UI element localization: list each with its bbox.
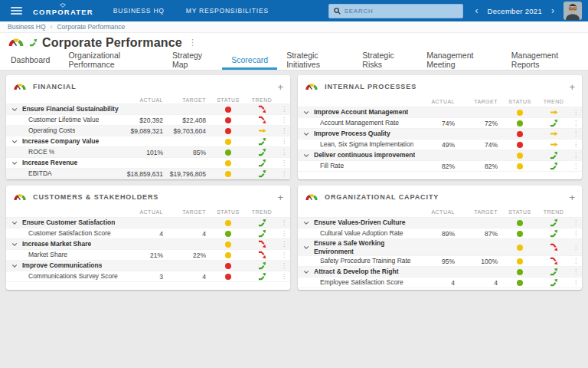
row-menu-icon[interactable]: ⋮ <box>278 241 290 248</box>
status-badge <box>502 153 537 159</box>
row-menu-icon[interactable]: ⋮ <box>278 230 290 237</box>
chevron-down-icon[interactable] <box>11 242 22 247</box>
row-menu-icon[interactable]: ⋮ <box>570 279 582 286</box>
tab-scorecard[interactable]: Scorecard <box>222 52 277 70</box>
table-row[interactable]: Employee Satisfaction Score44⋮ <box>298 278 582 288</box>
table-row[interactable]: ROCE %101%85%⋮ <box>6 147 290 158</box>
table-row[interactable]: Communications Survey Score34⋮ <box>6 271 290 282</box>
tab-strategic-initiatives[interactable]: Strategic Initiatives <box>277 52 353 70</box>
tab-management-meeting[interactable]: Management Meeting <box>417 52 502 70</box>
row-menu-icon[interactable]: ⋮ <box>570 230 582 237</box>
row-menu-icon[interactable]: ⋮ <box>570 244 582 251</box>
row-menu-icon[interactable]: ⋮ <box>570 120 582 127</box>
add-icon[interactable]: + <box>277 192 283 202</box>
row-menu-icon[interactable]: ⋮ <box>570 258 582 264</box>
row-menu-icon[interactable]: ⋮ <box>278 219 290 226</box>
tab-management-reports[interactable]: Management Reports <box>502 52 586 70</box>
tab-strategy-map[interactable]: Strategy Map <box>163 52 222 70</box>
column-trend: TREND <box>246 209 278 215</box>
chevron-down-icon[interactable] <box>11 161 22 166</box>
table-row[interactable]: Customer Satisfaction Score44⋮ <box>6 228 290 239</box>
target-value: 4 <box>168 273 211 281</box>
add-icon[interactable]: + <box>569 82 575 92</box>
avatar[interactable] <box>564 2 582 20</box>
row-menu-icon[interactable]: ⋮ <box>570 163 582 169</box>
table-row[interactable]: Operating Costs$9,089,321$9,703,604⋮ <box>6 126 290 136</box>
chevron-down-icon[interactable] <box>303 153 314 158</box>
chevron-down-icon[interactable] <box>303 110 314 115</box>
row-menu-icon[interactable]: ⋮ <box>278 138 290 145</box>
row-label: Lean, Six Sigma Implementation <box>320 140 413 149</box>
row-menu-icon[interactable]: ⋮ <box>278 170 290 177</box>
table-row[interactable]: Safety Procedure Training Rate95%100%⋮ <box>298 256 582 267</box>
table-row[interactable]: Account Management Rate74%72%⋮ <box>298 118 582 129</box>
chevron-down-icon[interactable] <box>303 221 314 225</box>
table-row[interactable]: Increase Market Share⋮ <box>6 239 290 250</box>
table-row[interactable]: Ensure Customer Satisfaction⋮ <box>6 218 290 228</box>
chevron-down-icon[interactable] <box>11 107 22 112</box>
table-row[interactable]: Deliver continuous improvement⋮ <box>298 150 582 161</box>
table-row[interactable]: Market Share21%22%⋮ <box>6 250 290 261</box>
table-row[interactable]: Improve Process Quality⋮ <box>298 129 582 140</box>
row-menu-icon[interactable]: ⋮ <box>278 127 290 134</box>
nav-my-responsibilities[interactable]: MY RESPONSIBILITIES <box>186 7 269 15</box>
tab-organizational-performance[interactable]: Organizational Performance <box>59 52 163 70</box>
tab-dashboard[interactable]: Dashboard <box>2 52 59 70</box>
table-row[interactable]: Ensure a Safe Working Environment⋮ <box>298 239 582 256</box>
table-row[interactable]: Improve Account Management⋮ <box>298 107 582 118</box>
table-row[interactable]: Fill Rate82%82%⋮ <box>298 161 582 172</box>
table-row[interactable]: Increase Revenue⋮ <box>6 158 290 169</box>
title-bar: Corporate Performance ⋮ <box>0 33 588 52</box>
menu-icon[interactable] <box>11 7 22 15</box>
period-label[interactable]: December 2021 <box>488 7 543 15</box>
table-row[interactable]: Ensure Financial Sustainability⋮ <box>6 104 290 115</box>
row-menu-icon[interactable]: ⋮ <box>278 106 290 113</box>
trend-flat-icon <box>537 140 570 149</box>
table-row[interactable]: Cultural Value Adoption Rate89%87%⋮ <box>298 228 582 239</box>
row-menu-icon[interactable]: ⋮ <box>570 130 582 137</box>
row-menu-icon[interactable]: ⋮ <box>278 262 290 269</box>
actual-value: 89% <box>418 230 459 238</box>
chevron-down-icon[interactable] <box>303 245 314 250</box>
breadcrumb-corporate-performance[interactable]: Corporate Performance <box>57 23 125 31</box>
row-menu-icon[interactable]: ⋮ <box>278 251 290 258</box>
chevron-down-icon[interactable] <box>303 270 314 274</box>
add-icon[interactable]: + <box>277 82 283 92</box>
row-menu-icon[interactable]: ⋮ <box>570 219 582 226</box>
table-row[interactable]: EBITDA$18,859,631$19,796,805⋮ <box>6 169 290 179</box>
row-menu-icon[interactable]: ⋮ <box>570 141 582 148</box>
add-icon[interactable]: + <box>569 192 575 202</box>
chevron-down-icon[interactable] <box>11 264 22 268</box>
search-box[interactable] <box>328 4 463 18</box>
trend-up-icon <box>246 169 278 178</box>
table-row[interactable]: Customer Lifetime Value$20,392$22,408⋮ <box>6 115 290 126</box>
row-menu-icon[interactable]: ⋮ <box>278 273 290 280</box>
table-row[interactable]: Improve Communications⋮ <box>6 261 290 271</box>
column-header-row: ACTUALTARGETSTATUSTREND <box>298 206 582 218</box>
tab-strategic-risks[interactable]: Strategic Risks <box>353 52 417 70</box>
period-prev-button[interactable]: ‹ <box>474 6 480 15</box>
breadcrumb-business-hq[interactable]: Business HQ <box>8 23 46 31</box>
row-label: Communications Survey Score <box>28 272 118 281</box>
logo[interactable]: CORPORATER <box>33 5 93 16</box>
table-row[interactable]: Attract & Develop the Right⋮ <box>298 267 582 278</box>
row-menu-icon[interactable]: ⋮ <box>278 117 290 123</box>
row-menu-icon[interactable]: ⋮ <box>570 109 582 116</box>
gauge-icon <box>13 80 27 94</box>
table-row[interactable]: Ensure Values-Driven Culture⋮ <box>298 218 582 228</box>
row-menu-icon[interactable]: ⋮ <box>570 268 582 275</box>
chevron-down-icon[interactable] <box>11 221 22 225</box>
search-input[interactable] <box>345 8 458 15</box>
period-next-button[interactable]: › <box>550 6 556 15</box>
row-menu-icon[interactable]: ⋮ <box>570 152 582 159</box>
table-row[interactable]: Lean, Six Sigma Implementation49%74%⋮ <box>298 140 582 150</box>
row-menu-icon[interactable]: ⋮ <box>278 149 290 156</box>
status-badge <box>211 231 246 237</box>
breadcrumb: Business HQ › Corporate Performance <box>0 21 588 33</box>
nav-business-hq[interactable]: BUSINESS HQ <box>113 7 165 15</box>
table-row[interactable]: Increase Company Value⋮ <box>6 136 290 147</box>
chevron-down-icon[interactable] <box>303 132 314 136</box>
title-menu-icon[interactable]: ⋮ <box>188 38 197 48</box>
row-menu-icon[interactable]: ⋮ <box>278 159 290 166</box>
chevron-down-icon[interactable] <box>11 140 22 144</box>
